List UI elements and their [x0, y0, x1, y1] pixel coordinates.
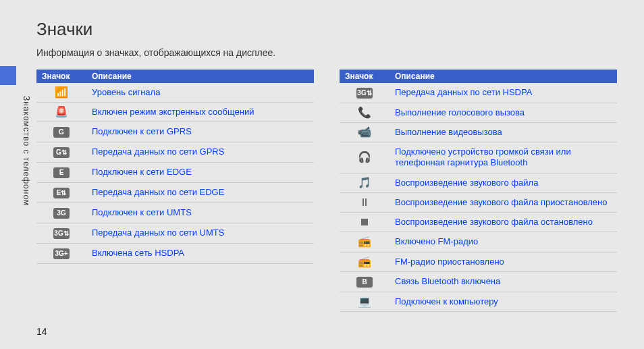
table-row: 3GПодключен к сети UMTS	[36, 203, 314, 223]
icon-cell: E	[36, 163, 86, 183]
th-desc: Описание	[86, 70, 314, 83]
section-color-tab	[0, 66, 16, 85]
icon-cell: E⇅	[36, 183, 86, 203]
desc-cell: Подключен к сети GPRS	[86, 122, 314, 142]
right-column: Значок Описание 3G⇅Передача данных по се…	[340, 70, 617, 313]
desc-cell: Воспроизведение звукового файла	[390, 173, 617, 192]
icon-cell: 📞	[340, 103, 390, 122]
signal-icon: 📶	[53, 87, 70, 98]
hsdpa-data-icon: 3G⇅	[356, 88, 373, 99]
gprs-data-icon: G⇅	[53, 147, 70, 158]
icon-cell: ⏹	[340, 213, 390, 232]
emergency-icon: 🚨	[53, 107, 70, 117]
table-row: ⏹Воспроизведение звукового файла останов…	[340, 213, 617, 232]
icon-cell: 🎧	[340, 142, 390, 173]
desc-cell: Подключен к сети UMTS	[86, 203, 314, 223]
table-row: 🎵Воспроизведение звукового файла	[340, 173, 617, 192]
th-icon: Значок	[36, 70, 86, 83]
table-row: ⏸Воспроизведение звукового файла приоста…	[340, 192, 617, 212]
icon-cell: 3G	[36, 203, 86, 223]
umts-icon: 3G	[53, 208, 70, 219]
icon-cell: 📹	[340, 122, 390, 142]
page-body: Значки Информация о значках, отображающи…	[36, 7, 617, 342]
table-row: 3G+Включена сеть HSDPA	[36, 244, 314, 264]
th-icon: Значок	[340, 70, 390, 83]
table-row: G⇅Передача данных по сети GPRS	[36, 142, 314, 163]
desc-cell: Передача данных по сети EDGE	[86, 183, 314, 203]
table-row: 📞Выполнение голосового вызова	[340, 103, 617, 122]
table-row: 📶Уровень сигнала	[36, 83, 314, 103]
bluetooth-icon: B	[356, 277, 373, 288]
desc-cell: Воспроизведение звукового файла остановл…	[390, 213, 617, 232]
desc-cell: Передача данных по сети UMTS	[86, 223, 314, 244]
edge-data-icon: E⇅	[53, 188, 70, 198]
icon-cell: 3G+	[36, 244, 86, 264]
icon-cell: ⏸	[340, 192, 390, 212]
icon-cell: 🚨	[36, 102, 86, 122]
desc-cell: Выполнение голосового вызова	[390, 103, 617, 122]
fm-pause-icon: 📻	[356, 257, 373, 267]
icon-cell: 📻	[340, 252, 390, 271]
icon-cell: B	[340, 271, 390, 292]
intro-text: Информация о значках, отображающихся на …	[36, 47, 293, 60]
desc-cell: Включено FM-радио	[390, 232, 617, 252]
table-row: 💻Подключен к компьютеру	[340, 292, 617, 311]
table-row: GПодключен к сети GPRS	[36, 122, 314, 142]
table-row: 3G⇅Передача данных по сети HSDPA	[340, 83, 617, 103]
icon-cell: G⇅	[36, 142, 86, 163]
table-row: E⇅Передача данных по сети EDGE	[36, 183, 314, 203]
desc-cell: Включен режим экстренных сообщений	[86, 102, 314, 122]
desc-cell: Подключено устройство громкой связи или …	[390, 142, 617, 173]
table-row: 📻FM-радио приостановлено	[340, 252, 617, 271]
edge-icon: E	[53, 167, 70, 178]
table-row: 🎧Подключено устройство громкой связи или…	[340, 142, 617, 173]
table-row: 📹Выполнение видеовызова	[340, 122, 617, 142]
desc-cell: Передача данных по сети HSDPA	[390, 83, 617, 103]
left-column: Значок Описание 📶Уровень сигнала🚨Включен…	[36, 70, 314, 313]
table-row: EПодключен к сети EDGE	[36, 163, 314, 183]
page-number: 14	[36, 326, 47, 337]
icon-cell: 📶	[36, 83, 86, 103]
th-desc: Описание	[390, 70, 617, 83]
icon-cell: G	[36, 122, 86, 142]
voice-call-icon: 📞	[356, 107, 373, 118]
desc-cell: Передача данных по сети GPRS	[86, 142, 314, 163]
desc-cell: Включена сеть HSDPA	[86, 244, 314, 264]
desc-cell: Подключен к сети EDGE	[86, 163, 314, 183]
desc-cell: Подключен к компьютеру	[390, 292, 617, 311]
desc-cell: Уровень сигнала	[86, 83, 314, 103]
hsdpa-icon: 3G+	[53, 248, 70, 259]
icon-cell: 3G⇅	[340, 83, 390, 103]
page-title: Значки	[36, 19, 617, 40]
fm-on-icon: 📻	[356, 236, 373, 247]
icon-cell: 📻	[340, 232, 390, 252]
video-call-icon: 📹	[356, 127, 373, 138]
table-row: 🚨Включен режим экстренных сообщений	[36, 102, 314, 122]
table-row: BСвязь Bluetooth включена	[340, 271, 617, 292]
icon-cell: 💻	[340, 292, 390, 311]
desc-cell: FM-радио приостановлено	[390, 252, 617, 271]
umts-data-icon: 3G⇅	[53, 228, 70, 239]
audio-stop-icon: ⏹	[356, 217, 373, 227]
desc-cell: Воспроизведение звукового файла приостан…	[390, 192, 617, 212]
desc-cell: Связь Bluetooth включена	[390, 271, 617, 292]
pc-connect-icon: 💻	[356, 296, 373, 307]
section-side-label: Знакомство с телефоном	[22, 96, 31, 206]
icon-table-left: Значок Описание 📶Уровень сигнала🚨Включен…	[36, 70, 314, 265]
audio-pause-icon: ⏸	[356, 197, 373, 208]
table-row: 📻Включено FM-радио	[340, 232, 617, 252]
desc-cell: Выполнение видеовызова	[390, 122, 617, 142]
icon-table-right: Значок Описание 3G⇅Передача данных по се…	[340, 70, 617, 313]
audio-play-icon: 🎵	[356, 178, 373, 188]
table-row: 3G⇅Передача данных по сети UMTS	[36, 223, 314, 244]
icon-cell: 3G⇅	[36, 223, 86, 244]
bt-headset-icon: 🎧	[356, 152, 373, 163]
gprs-icon: G	[53, 127, 70, 138]
icon-cell: 🎵	[340, 173, 390, 192]
